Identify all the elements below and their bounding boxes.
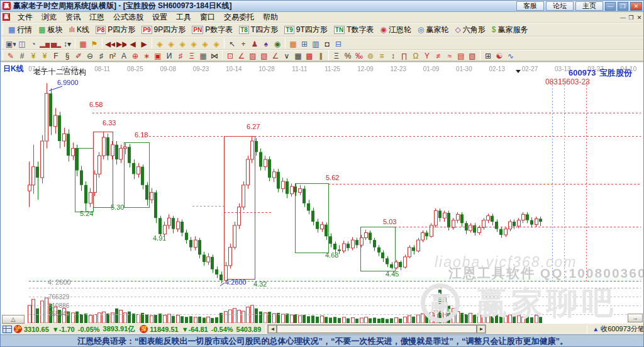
draw-tool-icon-2[interactable]: ¥ xyxy=(28,50,39,60)
draw-tool-icon-26[interactable]: ▦ xyxy=(292,50,304,60)
view-tool-icon-22[interactable]: ↖ xyxy=(226,38,238,48)
view-tool-icon-24[interactable]: ♟ xyxy=(249,38,260,48)
mdi-restore-button[interactable]: ❐ xyxy=(627,13,635,21)
scrollbar-thumb[interactable] xyxy=(277,325,477,333)
view-tool-icon-4[interactable]: ▅▂▆ xyxy=(50,38,62,48)
draw-tool-icon-27[interactable]: ▩ xyxy=(304,50,315,60)
view-tool-icon-30[interactable]: ▥ xyxy=(310,38,321,48)
tick-view-label[interactable]: 收600973分笔 xyxy=(601,324,644,334)
draw-tool-icon-42[interactable]: ▧ xyxy=(467,50,478,60)
kline-chart-canvas[interactable] xyxy=(1,62,644,324)
scrollbar-right-arrow[interactable]: ► xyxy=(477,325,486,333)
view-tool-icon-0[interactable]: ▣▾ xyxy=(5,38,16,48)
draw-tool-icon-18[interactable]: ⋈ xyxy=(209,50,220,60)
draw-tool-icon-45[interactable]: ☯ xyxy=(494,50,505,60)
scroll-right-button[interactable]: → xyxy=(628,314,643,322)
draw-tool-icon-4[interactable]: F xyxy=(50,50,62,60)
draw-tool-icon-33[interactable]: ⊚ xyxy=(365,50,376,60)
draw-tool-icon-22[interactable]: ▨ xyxy=(247,50,258,60)
toolbar-item-p-square[interactable]: P8P四方形 xyxy=(92,23,138,37)
view-tool-icon-11[interactable]: ▶▶ xyxy=(116,38,127,48)
draw-tool-icon-35[interactable]: ↕ xyxy=(387,50,399,60)
draw-tool-icon-17[interactable]: ▦ xyxy=(197,50,209,60)
toolbar-item-p-table[interactable]: PNP数字表 xyxy=(189,23,236,37)
toolbar-item-hexagon[interactable]: ◇六角形 xyxy=(452,23,489,37)
menu-item-公式选股[interactable]: 公式选股 xyxy=(109,11,148,23)
draw-tool-icon-1[interactable]: # xyxy=(16,50,28,60)
view-tool-icon-13[interactable]: ▶ xyxy=(138,38,150,48)
menu-item-资讯[interactable]: 资讯 xyxy=(61,11,85,23)
draw-tool-icon-32[interactable]: ‰ xyxy=(353,50,365,60)
draw-tool-icon-10[interactable]: A xyxy=(118,50,130,60)
view-tool-icon-16[interactable]: ◈ xyxy=(165,38,177,48)
close-button[interactable]: ✕ xyxy=(630,2,642,11)
view-tool-icon-29[interactable]: ⊞ xyxy=(299,38,310,48)
menu-item-浏览[interactable]: 浏览 xyxy=(37,11,61,23)
view-tool-icon-28[interactable]: ▦ xyxy=(287,38,299,48)
view-tool-icon-20[interactable]: ◈ xyxy=(211,38,222,48)
menu-item-交易委托[interactable]: 交易委托 xyxy=(219,11,258,23)
draw-tool-icon-6[interactable]: ✐ xyxy=(73,50,84,60)
toolbar-item-p9-square[interactable]: P99P四方形 xyxy=(138,23,189,37)
view-tool-icon-25[interactable]: ♠ xyxy=(260,38,272,48)
period-label[interactable]: 日K线 xyxy=(3,64,24,74)
draw-tool-icon-5[interactable]: § xyxy=(62,50,73,60)
draw-tool-icon-9[interactable]: n² xyxy=(107,50,118,60)
view-tool-icon-1[interactable]: ◫ xyxy=(16,38,28,48)
minimize-button[interactable]: — xyxy=(605,2,616,11)
draw-tool-icon-20[interactable]: ⊡ xyxy=(225,50,236,60)
menu-item-工具[interactable]: 工具 xyxy=(172,11,196,23)
draw-tool-icon-40[interactable]: ≈ xyxy=(444,50,455,60)
view-tool-icon-3[interactable]: ▂▅▇ xyxy=(39,38,50,48)
toolbar-item-quotes[interactable]: ▦行情 xyxy=(5,23,35,37)
view-tool-icon-8[interactable]: ⚑ xyxy=(89,38,100,48)
menu-item-江恩[interactable]: 江恩 xyxy=(85,11,109,23)
toolbar-item-kline[interactable]: ılıK线 xyxy=(66,23,92,37)
view-tool-icon-18[interactable]: ◈ xyxy=(188,38,199,48)
draw-tool-icon-41[interactable]: ▤ xyxy=(455,50,467,60)
view-tool-icon-15[interactable]: ◈ xyxy=(154,38,165,48)
view-tool-icon-23[interactable]: + xyxy=(238,38,249,48)
mdi-minimize-button[interactable]: — xyxy=(619,13,627,21)
mdi-close-button[interactable]: ✕ xyxy=(635,13,643,21)
draw-tool-icon-25[interactable]: ∨ xyxy=(281,50,292,60)
toolbar-item-winner-wheel[interactable]: ◎赢家轮 xyxy=(414,23,452,37)
draw-tool-icon-3[interactable]: ¥ xyxy=(39,50,50,60)
toolbar-item-winner-service[interactable]: $赢家服务 xyxy=(489,23,531,37)
customer-service-button[interactable]: 客服 xyxy=(516,1,544,11)
horizontal-scrollbar[interactable]: ◄ ► xyxy=(267,324,486,334)
draw-tool-icon-15[interactable]: ♯ xyxy=(175,50,186,60)
draw-tool-icon-7[interactable]: ⊖ xyxy=(84,50,96,60)
toolbar-item-sectors[interactable]: ▩板块 xyxy=(35,23,65,37)
view-tool-icon-26[interactable]: ◉ xyxy=(272,38,283,48)
restore-button[interactable]: ❐ xyxy=(618,2,628,11)
menu-item-文件[interactable]: 文件 xyxy=(13,11,37,23)
view-tool-icon-2[interactable]: ◔ xyxy=(28,38,39,48)
scrollbar-left-arrow[interactable]: ◄ xyxy=(268,325,277,333)
forum-button[interactable]: 论坛 xyxy=(546,1,574,11)
view-tool-icon-31[interactable]: ◘ xyxy=(321,38,333,48)
draw-tool-icon-11[interactable]: ⊕ xyxy=(130,50,141,60)
view-tool-icon-7[interactable]: ▦ xyxy=(77,38,89,48)
draw-tool-icon-34[interactable]: ≡ xyxy=(376,50,387,60)
draw-tool-icon-28[interactable]: ∥ xyxy=(315,50,326,60)
menu-item-窗口[interactable]: 窗口 xyxy=(196,11,219,23)
toolbar-item-t-square[interactable]: T8T四方形 xyxy=(236,23,281,37)
view-tool-icon-17[interactable]: ◈ xyxy=(177,38,188,48)
draw-tool-icon-37[interactable]: Ω xyxy=(410,50,421,60)
draw-tool-icon-0[interactable]: ✎ xyxy=(5,50,16,60)
draw-tool-icon-8[interactable]: ♯ xyxy=(96,50,107,60)
draw-tool-icon-31[interactable]: % xyxy=(342,50,353,60)
draw-tool-icon-44[interactable]: ⊞ xyxy=(482,50,494,60)
view-tool-icon-32[interactable]: ⊟ xyxy=(333,38,344,48)
draw-tool-icon-39[interactable]: ≠ xyxy=(433,50,444,60)
expand-volume-button[interactable]: △ xyxy=(2,315,25,324)
view-tool-icon-10[interactable]: ◀◀ xyxy=(104,38,116,48)
draw-tool-icon-24[interactable]: ∠ xyxy=(270,50,281,60)
toolbar-item-t9-square[interactable]: T99T四方形 xyxy=(281,23,331,37)
draw-tool-icon-46[interactable]: ∿ xyxy=(505,50,516,60)
draw-tool-icon-12[interactable]: ∗ xyxy=(141,50,152,60)
draw-tool-icon-30[interactable]: Ξ xyxy=(331,50,342,60)
view-tool-icon-5[interactable]: ↕▾ xyxy=(62,38,73,48)
draw-tool-icon-36[interactable]: ∏ xyxy=(399,50,410,60)
